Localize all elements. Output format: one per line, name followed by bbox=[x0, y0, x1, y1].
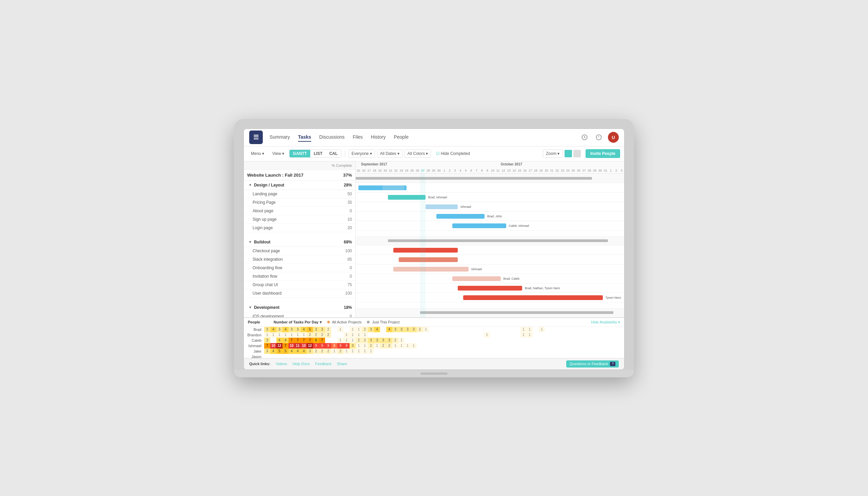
avail-cell[interactable]: 2 bbox=[368, 343, 374, 348]
avail-cell[interactable]: 1 bbox=[276, 332, 282, 338]
avail-cell[interactable]: 3 bbox=[264, 348, 270, 354]
avail-cell[interactable] bbox=[380, 348, 386, 354]
avail-cell[interactable] bbox=[270, 338, 276, 343]
avail-cell[interactable] bbox=[471, 348, 478, 354]
avail-cell[interactable] bbox=[466, 348, 471, 354]
avail-cell[interactable] bbox=[466, 343, 471, 348]
avail-cell[interactable] bbox=[471, 327, 478, 332]
avail-cell[interactable]: 7 bbox=[282, 343, 289, 348]
avail-cell[interactable]: 4 bbox=[386, 327, 392, 332]
avail-cell[interactable] bbox=[484, 348, 490, 354]
avail-cell[interactable]: 5 bbox=[307, 327, 313, 332]
task-group-chat-ui[interactable]: Group chat UI 75 bbox=[244, 281, 355, 289]
avail-cell[interactable] bbox=[410, 332, 417, 338]
avail-cell[interactable] bbox=[374, 348, 380, 354]
avail-cell[interactable]: 11 bbox=[295, 343, 301, 348]
task-user-dashboard[interactable]: User dashboard 100 bbox=[244, 289, 355, 298]
avail-cell[interactable] bbox=[429, 338, 435, 343]
avail-cell[interactable]: 3 bbox=[374, 338, 380, 343]
avail-cell[interactable] bbox=[441, 332, 447, 338]
task-about-page[interactable]: About page 0 bbox=[244, 207, 355, 215]
avail-cell[interactable]: 2 bbox=[313, 332, 319, 338]
avail-cell[interactable] bbox=[521, 338, 527, 343]
avail-cell[interactable] bbox=[496, 332, 502, 338]
avail-cell[interactable]: 1 bbox=[350, 332, 356, 338]
avail-cell[interactable] bbox=[313, 354, 319, 358]
tab-discussions[interactable]: Discussions bbox=[320, 133, 345, 142]
avail-cell[interactable]: 12 bbox=[307, 343, 313, 348]
avail-cell[interactable]: 4 bbox=[301, 327, 307, 332]
avail-cell[interactable] bbox=[325, 354, 331, 358]
avail-cell[interactable]: 2 bbox=[313, 348, 319, 354]
task-landing-page[interactable]: Landing page 50 bbox=[244, 190, 355, 198]
everyone-filter[interactable]: Everyone ▾ bbox=[348, 150, 375, 158]
avail-cell[interactable] bbox=[514, 354, 521, 358]
user-avatar[interactable]: U bbox=[608, 132, 619, 143]
cal-tab[interactable]: CAL bbox=[326, 150, 341, 157]
avail-cell[interactable]: 1 bbox=[362, 348, 368, 354]
avail-cell[interactable] bbox=[276, 354, 282, 358]
avail-cell[interactable] bbox=[331, 327, 337, 332]
avail-cell[interactable] bbox=[502, 338, 508, 343]
avail-cell[interactable]: 1 bbox=[331, 348, 337, 354]
zoom-dropdown[interactable]: Zoom ▾ bbox=[543, 150, 562, 158]
avail-cell[interactable] bbox=[435, 354, 441, 358]
avail-cell[interactable] bbox=[386, 348, 392, 354]
task-invitation-flow[interactable]: Invitation flow 0 bbox=[244, 272, 355, 281]
avail-cell[interactable]: 3 bbox=[350, 343, 356, 348]
avail-cell[interactable]: 2 bbox=[325, 327, 331, 332]
avail-cell[interactable]: 1 bbox=[404, 343, 410, 348]
avail-cell[interactable]: 2 bbox=[356, 338, 362, 343]
avail-cell[interactable]: 2 bbox=[319, 348, 325, 354]
avail-cell[interactable] bbox=[441, 348, 447, 354]
avail-cell[interactable]: 3 bbox=[276, 327, 282, 332]
avail-cell[interactable] bbox=[282, 354, 289, 358]
questions-feedback-button[interactable]: Questions or Feedback ? bbox=[566, 360, 619, 368]
avail-cell[interactable] bbox=[514, 343, 521, 348]
gantt-row-groupchat[interactable]: Brad, Nathan, Tyson Nero bbox=[356, 283, 624, 293]
avail-cell[interactable] bbox=[478, 338, 484, 343]
avail-cell[interactable] bbox=[447, 354, 453, 358]
avail-cell[interactable]: 3 bbox=[368, 338, 374, 343]
avail-cell[interactable]: 4 bbox=[301, 348, 307, 354]
avail-cell[interactable] bbox=[441, 343, 447, 348]
avail-cell[interactable]: 1 bbox=[356, 332, 362, 338]
avail-cell[interactable]: 1 bbox=[392, 343, 398, 348]
avail-cell[interactable] bbox=[386, 354, 392, 358]
avail-cell[interactable]: 9 bbox=[313, 343, 319, 348]
task-ios-development[interactable]: iOS development 0 bbox=[244, 312, 355, 317]
avail-cell[interactable]: 3 bbox=[289, 327, 295, 332]
gantt-row-slack[interactable] bbox=[356, 255, 624, 264]
gantt-row-invitation[interactable]: Brad, Caleb bbox=[356, 274, 624, 283]
avail-cell[interactable]: 1 bbox=[539, 327, 545, 332]
avail-cell[interactable]: 9 bbox=[343, 343, 350, 348]
avail-cell[interactable] bbox=[331, 354, 337, 358]
avail-cell[interactable] bbox=[484, 343, 490, 348]
avail-cell[interactable]: 6 bbox=[313, 338, 319, 343]
avail-cell[interactable] bbox=[368, 332, 374, 338]
avail-cell[interactable] bbox=[490, 338, 496, 343]
gantt-row-login[interactable]: Caleb, Ishmael bbox=[356, 221, 624, 231]
hide-availability-btn[interactable]: Hide Availability ▾ bbox=[591, 320, 620, 324]
avail-cell[interactable] bbox=[508, 354, 514, 358]
avail-cell[interactable]: 7 bbox=[319, 338, 325, 343]
avail-cell[interactable]: 3 bbox=[313, 327, 319, 332]
avail-cell[interactable] bbox=[337, 354, 343, 358]
task-pricing-page[interactable]: Pricing Page 35 bbox=[244, 198, 355, 207]
avail-cell[interactable] bbox=[417, 343, 423, 348]
avail-cell[interactable]: 9 bbox=[325, 343, 331, 348]
avail-cell[interactable] bbox=[404, 354, 410, 358]
avail-cell[interactable]: 4 bbox=[282, 338, 289, 343]
avail-cell[interactable]: 1 bbox=[521, 327, 527, 332]
avail-cell[interactable]: 1 bbox=[337, 338, 343, 343]
avail-cell[interactable]: 5 bbox=[276, 348, 282, 354]
avail-cell[interactable] bbox=[521, 348, 527, 354]
avail-cell[interactable] bbox=[533, 338, 539, 343]
avail-cell[interactable]: 1 bbox=[350, 338, 356, 343]
avail-cell[interactable]: 3 bbox=[392, 327, 398, 332]
avail-cell[interactable] bbox=[502, 348, 508, 354]
avail-cell[interactable] bbox=[343, 327, 350, 332]
avail-cell[interactable]: 2 bbox=[319, 332, 325, 338]
footer-videos-link[interactable]: Videos bbox=[276, 362, 287, 366]
tab-tasks[interactable]: Tasks bbox=[298, 133, 311, 142]
